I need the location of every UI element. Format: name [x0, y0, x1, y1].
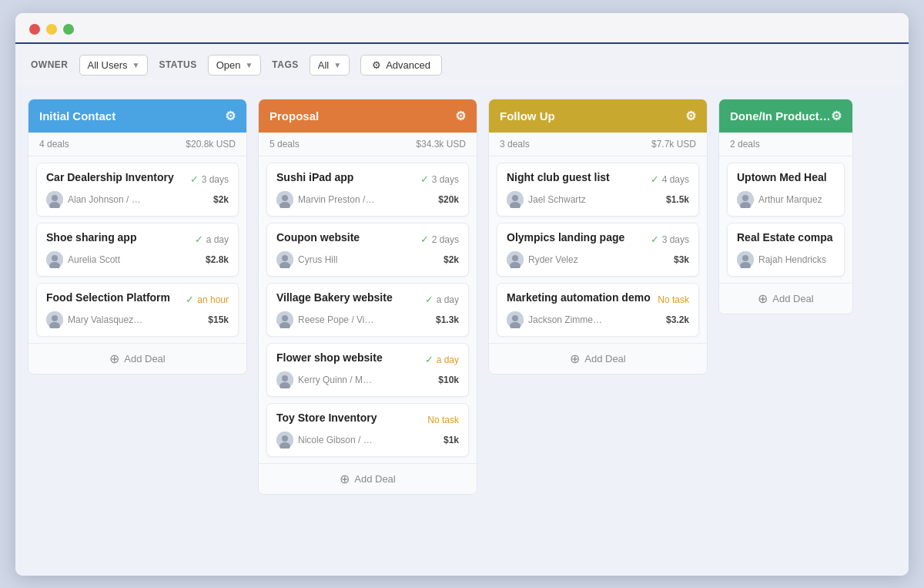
advanced-button[interactable]: ⚙ Advanced: [360, 55, 442, 76]
deal-person-name: Aurelia Scott: [68, 254, 120, 265]
avatar: [276, 251, 293, 268]
col-count-done-in-production: 2 deals: [730, 139, 760, 150]
deal-card[interactable]: Shoe sharing app ✓ a day Aurelia Scott: [36, 223, 239, 277]
check-icon: ✓: [420, 173, 429, 185]
deal-meta: Jackson Zimmerman / ... $3.2k: [507, 311, 689, 328]
col-gear-follow-up[interactable]: ⚙: [685, 109, 696, 123]
titlebar: [15, 13, 909, 44]
status-label: STATUS: [159, 59, 196, 70]
check-icon: ✓: [195, 234, 203, 245]
deal-person: Jackson Zimmerman / ...: [507, 311, 605, 328]
deal-card[interactable]: Flower shop website ✓ a day Kerry Quinn …: [266, 343, 469, 397]
kanban-col-done-in-production: Done/In Production ⚙ 2 deals Uptown Med …: [718, 99, 853, 314]
check-icon: ✓: [651, 173, 659, 185]
svg-point-34: [742, 195, 748, 201]
col-body-follow-up: Night club guest list ✓ 4 days Jael Schw…: [489, 156, 707, 343]
toolbar: OWNER All Users ▼ STATUS Open ▼ TAGS All…: [15, 44, 909, 86]
add-deal-button[interactable]: ⊕ Add Deal: [259, 463, 477, 494]
dot-maximize[interactable]: [63, 24, 74, 35]
deal-amount: $2k: [444, 254, 459, 265]
deal-card[interactable]: Coupon website ✓ 2 days Cyrus Hill: [266, 223, 469, 277]
deal-card[interactable]: Uptown Med Heal Arthur Marquez: [727, 163, 845, 217]
deal-person-name: Mary Valasquez / Dou...: [68, 314, 145, 325]
deal-time: ✓ 4 days: [651, 173, 689, 185]
col-stats-proposal: 5 deals $34.3k USD: [259, 133, 477, 156]
add-deal-button[interactable]: ⊕ Add Deal: [719, 283, 852, 314]
col-header-done-in-production: Done/In Production ⚙: [719, 99, 852, 133]
svg-point-22: [282, 435, 288, 442]
deal-meta: Nicole Gibson / McMa... $1k: [276, 432, 459, 449]
deal-person: Jael Schwartz: [507, 191, 586, 208]
check-icon: ✓: [651, 234, 659, 245]
deal-meta: Ryder Velez $3k: [507, 251, 689, 268]
deal-person: Aurelia Scott: [46, 251, 120, 268]
deal-person-name: Alan Johnson / CityVille..: [68, 194, 145, 205]
deal-title: Toy Store Inventory: [276, 412, 377, 424]
deal-person-name: Reese Pope / Village C...: [298, 314, 375, 325]
svg-point-28: [512, 255, 518, 261]
plus-icon: ⊕: [340, 472, 350, 486]
add-deal-label: Add Deal: [772, 293, 813, 304]
deal-amount: $1k: [444, 435, 459, 445]
deal-card[interactable]: Night club guest list ✓ 4 days Jael Schw…: [497, 163, 699, 217]
deal-time-row: Village Bakery website ✓ a day: [276, 291, 459, 308]
status-select[interactable]: Open ▼: [208, 55, 262, 76]
deal-amount: $3k: [674, 254, 689, 265]
col-stats-initial-contact: 4 deals $20.8k USD: [28, 133, 246, 156]
deal-person: Arthur Marquez: [737, 191, 822, 208]
deal-card[interactable]: Marketing automation demo No task Jackso…: [497, 283, 699, 337]
deal-title: Shoe sharing app: [46, 231, 136, 244]
deal-amount: $15k: [208, 314, 229, 325]
deal-title: Night club guest list: [507, 171, 610, 183]
col-body-initial-contact: Car Dealership Inventory ✓ 3 days Alan J…: [28, 156, 246, 343]
deal-time: ✓ 3 days: [190, 173, 229, 185]
deal-time: ✓ a day: [425, 294, 459, 305]
deal-title: Real Estate compa: [737, 231, 833, 244]
kanban-col-initial-contact: Initial Contact ⚙ 4 deals $20.8k USD Car…: [28, 99, 247, 375]
col-header-initial-contact: Initial Contact ⚙: [28, 99, 246, 133]
deal-title: Olympics landing page: [507, 231, 624, 244]
avatar: [276, 311, 293, 328]
svg-point-7: [52, 315, 58, 321]
plus-icon: ⊕: [758, 291, 768, 306]
status-value: Open: [216, 59, 241, 71]
tags-select[interactable]: All ▼: [310, 55, 350, 76]
add-deal-button[interactable]: ⊕ Add Deal: [28, 343, 246, 374]
deal-meta: Alan Johnson / CityVille.. $2k: [46, 191, 229, 208]
avatar: [276, 371, 293, 388]
svg-point-19: [282, 375, 288, 381]
owner-select[interactable]: All Users ▼: [79, 55, 149, 76]
deal-amount: $20k: [438, 194, 459, 205]
deal-card[interactable]: Sushi iPad app ✓ 3 days Marvin Preston /…: [266, 163, 469, 217]
col-gear-proposal[interactable]: ⚙: [455, 109, 466, 123]
owner-value: All Users: [88, 59, 128, 71]
deal-amount: $1.3k: [436, 314, 459, 325]
col-count-proposal: 5 deals: [270, 139, 300, 150]
deal-card[interactable]: Toy Store Inventory No task Nicole Gibso…: [266, 403, 469, 457]
deal-meta: Mary Valasquez / Dou... $15k: [46, 311, 229, 328]
col-header-proposal: Proposal ⚙: [259, 99, 477, 133]
deal-time: ✓ 3 days: [651, 234, 689, 245]
deal-title: Village Bakery website: [276, 291, 393, 304]
deal-card[interactable]: Real Estate compa Rajah Hendricks: [727, 223, 845, 277]
deal-card[interactable]: Village Bakery website ✓ a day Reese Pop…: [266, 283, 469, 337]
deal-card[interactable]: Car Dealership Inventory ✓ 3 days Alan J…: [36, 163, 239, 217]
avatar: [276, 191, 293, 208]
plus-icon: ⊕: [570, 351, 580, 366]
dot-minimize[interactable]: [46, 24, 57, 35]
deal-meta: Aurelia Scott $2.8k: [46, 251, 229, 268]
col-gear-done-in-production[interactable]: ⚙: [831, 109, 842, 123]
add-deal-button[interactable]: ⊕ Add Deal: [489, 343, 707, 374]
deal-time-row: Real Estate compa: [737, 231, 835, 248]
deal-amount: $1.5k: [666, 194, 689, 205]
deal-title: Marketing automation demo: [507, 291, 651, 304]
avatar: [507, 191, 524, 208]
deal-meta: Rajah Hendricks: [737, 251, 835, 268]
deal-person: Ryder Velez: [507, 251, 578, 268]
dot-close[interactable]: [29, 24, 40, 35]
col-total-proposal: $34.3k USD: [416, 139, 466, 150]
deal-card[interactable]: Olympics landing page ✓ 3 days Ryder Vel…: [497, 223, 699, 277]
svg-point-31: [512, 315, 518, 321]
col-gear-initial-contact[interactable]: ⚙: [225, 109, 236, 123]
deal-card[interactable]: Food Selection Platform ✓ an hour Mary V…: [36, 283, 239, 337]
